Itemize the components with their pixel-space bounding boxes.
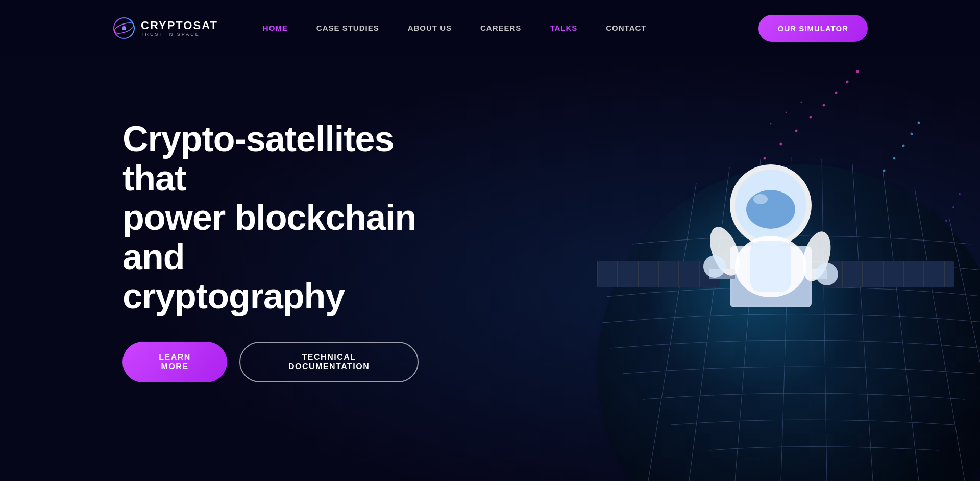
learn-more-button[interactable]: LEARN MORE xyxy=(122,342,227,382)
nav-link-talks[interactable]: TALKS xyxy=(535,18,592,37)
navbar: CRYPTOSAT TRUST IN SPACE HOME CASE STUDI… xyxy=(0,0,980,56)
svg-point-82 xyxy=(753,194,768,204)
hero-title: Crypto-satellites that power blockchain … xyxy=(122,119,419,316)
nav-item-about-us[interactable]: ABOUT US xyxy=(394,23,466,33)
hero-title-line3: cryptography xyxy=(122,276,345,316)
hero-section: Crypto-satellites that power blockchain … xyxy=(0,0,980,481)
tech-doc-button[interactable]: TECHNICAL DOCUMENTATION xyxy=(239,342,419,382)
hero-title-line1: Crypto-satellites that xyxy=(122,119,394,198)
nav-item-talks[interactable]: TALKS xyxy=(535,23,592,33)
site-tagline: TRUST IN SPACE xyxy=(141,32,218,37)
nav-item-case-studies[interactable]: CASE STUDIES xyxy=(302,23,394,33)
nav-link-about-us[interactable]: ABOUT US xyxy=(394,18,466,37)
nav-link-contact[interactable]: CONTACT xyxy=(592,18,660,37)
nav-item-home[interactable]: HOME xyxy=(249,23,302,33)
nav-link-careers[interactable]: CAREERS xyxy=(466,18,535,37)
nav-link-home[interactable]: HOME xyxy=(249,18,302,37)
hero-buttons: LEARN MORE TECHNICAL DOCUMENTATION xyxy=(122,342,419,382)
hero-title-line2: power blockchain and xyxy=(122,198,416,277)
svg-point-2 xyxy=(122,26,126,30)
logo[interactable]: CRYPTOSAT TRUST IN SPACE xyxy=(112,16,218,40)
nav-item-contact[interactable]: CONTACT xyxy=(592,23,660,33)
simulator-button[interactable]: OUR SIMULATOR xyxy=(758,15,868,42)
logo-text: CRYPTOSAT TRUST IN SPACE xyxy=(141,20,218,37)
satellite-visual xyxy=(536,42,980,481)
nav-link-case-studies[interactable]: CASE STUDIES xyxy=(302,18,394,37)
site-name: CRYPTOSAT xyxy=(141,20,218,31)
svg-point-81 xyxy=(746,190,795,229)
svg-rect-70 xyxy=(822,261,954,287)
nav-item-careers[interactable]: CAREERS xyxy=(466,23,535,33)
svg-point-87 xyxy=(703,255,726,278)
logo-icon xyxy=(112,16,136,40)
svg-point-88 xyxy=(816,263,838,285)
nav-cta: OUR SIMULATOR xyxy=(758,15,868,42)
svg-rect-84 xyxy=(750,241,791,292)
nav-links: HOME CASE STUDIES ABOUT US CAREERS TALKS… xyxy=(249,23,748,33)
hero-content: Crypto-satellites that power blockchain … xyxy=(0,99,419,382)
